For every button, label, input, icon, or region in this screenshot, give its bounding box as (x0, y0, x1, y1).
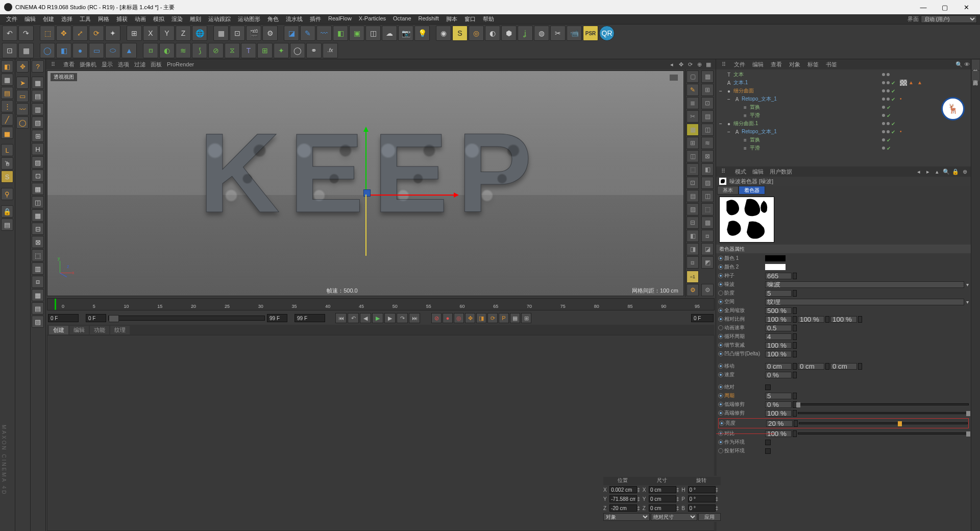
attr-menu[interactable]: 模式 (732, 168, 749, 175)
menu-item[interactable]: 动画 (132, 14, 149, 24)
axis-mode[interactable]: L (1, 144, 13, 156)
key-param-button[interactable]: P (499, 313, 509, 323)
menu-item[interactable]: 运动跟踪 (205, 14, 234, 24)
spline-draw[interactable]: ✎ (300, 26, 315, 41)
autokey-button[interactable]: ● (443, 313, 453, 323)
viewport-tab[interactable]: 选项 (115, 61, 132, 68)
mesh-cmd-12[interactable]: ⊟ (32, 223, 44, 235)
plugin-s-button[interactable]: S (452, 26, 468, 41)
rvtb-settings[interactable]: ⚙ (701, 284, 714, 296)
render-view-button[interactable]: ▦ (213, 26, 229, 41)
mesh-cmd-19[interactable]: ▨ (32, 316, 44, 328)
menu-item[interactable]: 捕获 (113, 14, 131, 24)
viewport-tab[interactable]: 面板 (148, 61, 164, 68)
mesh-cmd-15[interactable]: ▥ (32, 262, 44, 275)
rvtb-12[interactable]: ▩ (701, 216, 714, 229)
search-icon[interactable]: 🔍 (942, 168, 950, 175)
mesh-cmd-14[interactable]: ⬚ (32, 249, 44, 261)
sculpt-icon[interactable]: ✎ (687, 84, 699, 96)
fx-button[interactable]: .fx (323, 43, 338, 58)
xparticles-button[interactable]: ⬢ (501, 26, 517, 41)
rvt-6[interactable]: ◫ (687, 150, 699, 162)
rvt-14[interactable]: ⧈ (687, 256, 699, 269)
lock-button[interactable]: 🔒 (1, 205, 13, 218)
grip-icon[interactable]: ⠿ (718, 61, 726, 68)
rvtb-7[interactable]: ⊠ (701, 150, 714, 162)
material-tab[interactable]: 功能 (90, 326, 109, 334)
mesh-cmd-1[interactable]: ▦ (32, 77, 44, 89)
objmgr-tab[interactable]: 对象 (786, 61, 804, 68)
lock-icon[interactable]: 🔒 (951, 168, 960, 175)
render-settings-button[interactable]: ⚙ (262, 26, 278, 41)
rvt-7[interactable]: ⬚ (687, 163, 699, 176)
mesh-cmd-7[interactable]: ▨ (32, 156, 44, 168)
edge-mode[interactable]: ╱ (1, 113, 13, 126)
coordinate-system[interactable]: 🌐 (192, 26, 207, 41)
rvt-10[interactable]: ▨ (687, 203, 699, 215)
viewport-tab[interactable]: ProRender (164, 61, 197, 68)
new-icon[interactable]: ⊕ (961, 168, 969, 175)
menu-item[interactable]: RealFlow (325, 14, 355, 24)
x-axis-button[interactable]: X (143, 26, 158, 41)
rvt-1[interactable]: ▢ (687, 70, 699, 83)
z-axis-button[interactable]: Z (176, 26, 191, 41)
object-row[interactable]: −●细分曲面✔ (718, 87, 969, 95)
plugin-j-button[interactable]: ʝ (518, 26, 533, 41)
object-row[interactable]: ≡平滑✔ (718, 144, 969, 152)
rot-input[interactable] (688, 504, 716, 512)
material-tab[interactable]: 创建 (49, 326, 68, 334)
viewport-tab[interactable]: 查看 (61, 61, 77, 68)
menu-item[interactable]: Redshift (415, 14, 442, 24)
objmgr-tab[interactable]: 书签 (822, 61, 841, 68)
range-slider[interactable] (108, 316, 265, 321)
menu-item[interactable]: 模拟 (150, 14, 167, 24)
value-input[interactable] (798, 363, 824, 370)
maximize-button[interactable]: ▢ (935, 2, 954, 12)
select-input[interactable] (765, 281, 964, 288)
prev-key-button[interactable]: ↶ (348, 313, 359, 323)
key-button[interactable]: ◎ (454, 313, 464, 323)
object-row[interactable]: A文本.1✔▲▲ (718, 79, 969, 87)
rvtb-6[interactable]: ≋ (701, 137, 714, 149)
object-row[interactable]: −●细分曲面.1✔ (718, 119, 969, 128)
mesh-cmd-16[interactable]: ⧈ (32, 276, 44, 288)
undo-button[interactable]: ↶ (2, 26, 17, 41)
value-input[interactable] (830, 316, 857, 323)
connector-button[interactable]: ⚭ (306, 43, 322, 58)
pos-input[interactable] (609, 504, 637, 512)
rvtb-11[interactable]: ⬚ (701, 203, 714, 215)
coord-mode-select[interactable]: 对象 (603, 513, 650, 521)
eye-icon[interactable]: 👁 (961, 61, 969, 68)
object-row[interactable]: T文本 (718, 70, 969, 79)
slider[interactable] (798, 432, 969, 435)
mesh-cmd-8[interactable]: ⊡ (32, 170, 44, 182)
menu-item[interactable]: 插件 (307, 14, 324, 24)
edge-tab-1[interactable]: 对象 (972, 60, 979, 70)
menu-item[interactable]: 脚本 (443, 14, 460, 24)
value-input[interactable] (830, 363, 857, 370)
rvtb-15[interactable]: ◩ (701, 256, 714, 269)
text-button[interactable]: T (241, 43, 256, 58)
realflow-button[interactable]: ◐ (485, 26, 500, 41)
attr-tab[interactable]: 着色器 (739, 186, 765, 195)
manager-button[interactable]: ⊡ (2, 43, 17, 58)
object-mode[interactable]: ◧ (1, 60, 13, 73)
menu-item[interactable]: 创建 (40, 14, 57, 24)
subdiv-button[interactable]: ▣ (349, 26, 364, 41)
mesh-cmd-11[interactable]: ▦ (32, 209, 44, 222)
key-sel-button[interactable]: ⊞ (521, 313, 531, 323)
lathe-button[interactable]: ◐ (159, 43, 175, 58)
noise-button[interactable]: ◍ (534, 26, 549, 41)
rvtb-10[interactable]: ◫ (701, 190, 714, 202)
null-button[interactable]: ◯ (40, 43, 55, 58)
environment-button[interactable]: ☁ (382, 26, 397, 41)
mesh-cmd-3[interactable]: ▥ (32, 103, 44, 115)
rvtb-2[interactable]: ⊞ (701, 84, 714, 96)
rvt-13[interactable]: ◨ (687, 243, 699, 255)
rvt-12[interactable]: ◧ (687, 230, 699, 242)
edge-tab-2[interactable]: 内容浏览器 (972, 71, 979, 81)
frame-start-field[interactable] (48, 314, 79, 322)
knife-tool[interactable]: ✂ (550, 26, 566, 41)
material-tab[interactable]: 纹理 (110, 326, 130, 334)
object-row[interactable]: −ARetopo_文本_1✔• (718, 95, 969, 103)
